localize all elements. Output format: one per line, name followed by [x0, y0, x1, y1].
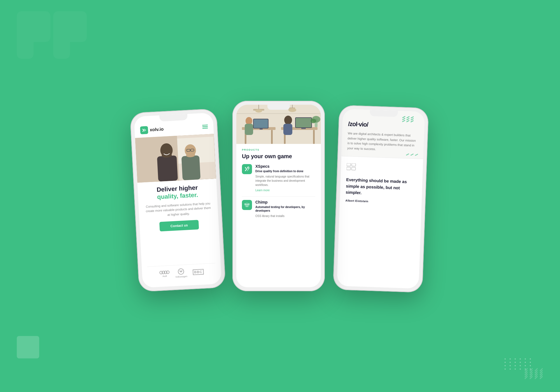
phone-1-hero-image: [135, 134, 216, 183]
svg-rect-0: [202, 125, 208, 126]
svg-rect-27: [260, 129, 263, 130]
chimp-content: Chimp Automated testing for developers, …: [255, 200, 315, 220]
phone-3-screen: /zol·vio/ We are digital architects & ex…: [337, 109, 425, 289]
product-divider: [242, 196, 315, 197]
quote-icon: [346, 163, 417, 175]
chimp-tagline: Automated testing for developers, by dev…: [255, 205, 315, 213]
svg-rect-35: [301, 128, 306, 129]
svg-rect-2: [202, 128, 208, 129]
xspecs-description: Simple, natural language specifications …: [255, 174, 315, 187]
chimp-product: Chimp Automated testing for developers, …: [242, 200, 315, 220]
products-title: Up your own game: [242, 153, 315, 160]
svg-rect-7: [157, 155, 178, 182]
xspecs-tagline: Drive quality from definition to done: [255, 169, 315, 173]
svg-rect-26: [254, 119, 268, 128]
dashes-top: [402, 116, 419, 122]
svg-rect-48: [347, 163, 351, 166]
svg-point-47: [248, 203, 250, 205]
xspecs-learn-more[interactable]: Learn more: [255, 189, 315, 192]
phone-1-screen: xolv.io: [134, 113, 222, 288]
phone-1-content: xolv.io: [134, 113, 222, 288]
quote-section: Everything should be made as simple as p…: [337, 156, 423, 289]
bg-quotemark-shape: [8, 8, 87, 87]
phone-1-subtext: Consulting and software solutions that h…: [144, 201, 213, 218]
chimp-description: OSS library that installs: [255, 214, 315, 218]
xspecs-name: XSpecs: [255, 164, 315, 169]
brand-logos: Audi Volkswagen: [147, 263, 216, 283]
svg-point-46: [244, 203, 246, 205]
xspecs-content: XSpecs Drive quality from definition to …: [255, 164, 315, 192]
chimp-icon: [242, 200, 252, 210]
quote-author: Albert Eintstein: [346, 199, 416, 204]
brand-description: We are digital architects & expert build…: [347, 131, 418, 153]
svg-point-28: [246, 117, 252, 125]
svg-point-19: [255, 109, 262, 113]
svg-rect-29: [245, 124, 253, 135]
phone-1-headline: Deliver higher quality, faster.: [143, 183, 211, 202]
products-label: PRODUCTS: [242, 148, 315, 151]
phone-3-notch: [370, 110, 398, 117]
phone-1-logo: xolv.io: [140, 125, 164, 134]
contact-us-button[interactable]: Contact us: [159, 220, 199, 232]
svg-point-40: [311, 119, 316, 123]
brand-name: /zol·vio/: [348, 120, 419, 130]
svg-rect-37: [283, 124, 292, 135]
chimp-name: Chimp: [255, 200, 315, 204]
bg-square: [17, 336, 39, 358]
phone-2: PRODUCTS Up your own game: [232, 101, 325, 291]
hamburger-icon[interactable]: [202, 124, 208, 130]
svg-rect-24: [271, 130, 273, 144]
svg-rect-51: [352, 167, 356, 170]
dashes-bottom-top: [406, 154, 418, 155]
phone-3: /zol·vio/ We are digital architects & ex…: [333, 105, 429, 293]
volkswagen-logo: Volkswagen: [175, 268, 187, 278]
phone-1: xolv.io: [130, 108, 226, 292]
phone-2-notch: [267, 105, 290, 110]
xspecs-icon: [242, 164, 252, 174]
bbc-logo: BBC: [193, 269, 204, 276]
svg-point-21: [288, 108, 296, 112]
svg-point-36: [284, 116, 292, 125]
phone-2-hero-image: [236, 105, 321, 144]
svg-rect-34: [296, 118, 311, 127]
phone-2-body: PRODUCTS Up your own game: [236, 144, 321, 287]
logo-text: xolv.io: [150, 127, 164, 132]
bg-dots: [505, 358, 526, 370]
phones-container: xolv.io: [134, 101, 426, 291]
bg-slashes: [524, 369, 543, 378]
xspecs-product: XSpecs Drive quality from definition to …: [242, 164, 315, 192]
svg-rect-32: [313, 130, 315, 144]
quote-text: Everything should be made as simple as p…: [346, 177, 417, 198]
svg-rect-1: [202, 126, 208, 127]
svg-rect-10: [181, 155, 200, 180]
phone-1-body: Deliver higher quality, faster. Consulti…: [137, 179, 222, 288]
phone-3-content: /zol·vio/ We are digital architects & ex…: [337, 109, 425, 289]
svg-rect-41: [236, 113, 321, 114]
phone-2-content: PRODUCTS Up your own game: [236, 105, 321, 287]
svg-rect-49: [347, 167, 351, 170]
xolvio-logo-icon: [140, 126, 148, 134]
audi-logo: Audi: [159, 270, 170, 278]
svg-rect-50: [352, 164, 356, 166]
phone-2-screen: PRODUCTS Up your own game: [236, 105, 321, 287]
